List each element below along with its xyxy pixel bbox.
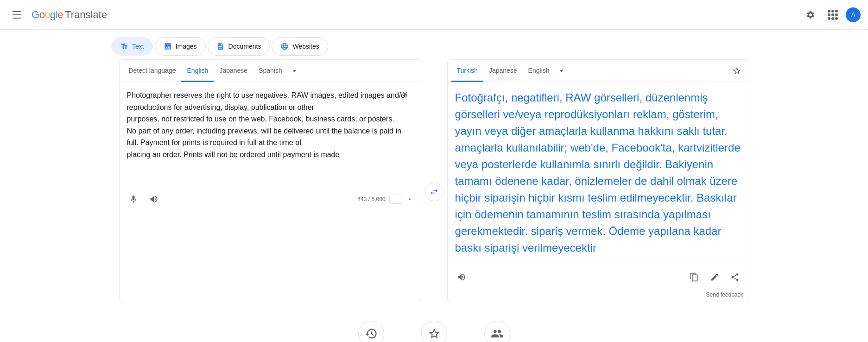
bottom-nav: History Saved Contribute bbox=[0, 302, 868, 342]
clear-button[interactable] bbox=[397, 86, 413, 102]
target-panel: Turkish Japanese English Fotoğrafçı, neg… bbox=[447, 59, 749, 302]
swap-languages-button[interactable] bbox=[425, 183, 444, 201]
japanese-target-btn[interactable]: Japanese bbox=[483, 60, 523, 82]
mode-tab-websites-label: Websites bbox=[292, 43, 319, 50]
target-lang-bar-right bbox=[729, 63, 745, 79]
mode-tab-images[interactable]: Images bbox=[155, 37, 206, 56]
menu-button[interactable] bbox=[7, 6, 26, 24]
japanese-source-btn[interactable]: Japanese bbox=[214, 60, 253, 82]
bottom-nav-saved[interactable]: Saved bbox=[421, 321, 447, 342]
share-button[interactable] bbox=[727, 269, 743, 285]
mic-icon bbox=[129, 195, 138, 204]
header-right: A bbox=[801, 6, 861, 24]
settings-button[interactable] bbox=[801, 6, 820, 24]
contribute-icon-wrapper bbox=[484, 321, 510, 342]
turkish-target-btn[interactable]: Turkish bbox=[451, 60, 483, 82]
target-footer-left bbox=[453, 269, 470, 285]
header-left: Google Translate bbox=[7, 6, 107, 24]
english-target-btn[interactable]: English bbox=[523, 60, 555, 82]
bottom-nav-history[interactable]: History bbox=[358, 321, 384, 342]
mode-tabs: Text Images Documents Websites bbox=[0, 30, 868, 56]
target-volume-button[interactable] bbox=[453, 269, 470, 285]
source-panel-footer: 443 / 5,000 bbox=[120, 186, 421, 212]
font-size-chevron-icon bbox=[406, 196, 413, 203]
logo-google-text: Google bbox=[32, 9, 63, 21]
target-volume-icon bbox=[457, 272, 466, 282]
chevron-down-icon bbox=[290, 66, 299, 76]
source-footer-left bbox=[125, 191, 162, 208]
mode-tab-documents-label: Documents bbox=[228, 43, 261, 50]
spanish-source-btn[interactable]: Spanish bbox=[253, 60, 288, 82]
mode-tab-documents[interactable]: Documents bbox=[208, 37, 270, 56]
logo[interactable]: Google Translate bbox=[32, 9, 107, 21]
swap-btn-wrapper bbox=[425, 59, 444, 302]
edit-translation-button[interactable] bbox=[706, 269, 723, 285]
translation-text: Fotoğrafçı, negatifleri, RAW görselleri,… bbox=[448, 82, 749, 264]
hamburger-icon bbox=[9, 7, 25, 22]
history-icon bbox=[365, 327, 378, 340]
copy-icon bbox=[690, 272, 699, 282]
logo-translate-text: Translate bbox=[65, 9, 107, 21]
font-size-area bbox=[389, 194, 415, 205]
translator: Detect language English Japanese Spanish… bbox=[110, 59, 759, 302]
avatar[interactable]: A bbox=[846, 7, 861, 22]
target-panel-footer bbox=[448, 264, 749, 290]
target-lang-bar: Turkish Japanese English bbox=[448, 60, 749, 82]
share-icon bbox=[730, 272, 740, 282]
edit-icon bbox=[710, 272, 719, 282]
font-size-box[interactable] bbox=[389, 195, 402, 204]
websites-tab-icon bbox=[280, 42, 289, 51]
volume-icon bbox=[149, 195, 158, 204]
contribute-icon bbox=[491, 327, 504, 340]
source-textarea[interactable]: Photographer reserves the right to use n… bbox=[120, 82, 421, 184]
send-feedback[interactable]: Send feedback bbox=[448, 290, 749, 302]
text-tab-icon bbox=[120, 42, 128, 51]
saved-star-icon bbox=[428, 327, 441, 340]
mode-tab-websites[interactable]: Websites bbox=[272, 37, 328, 56]
source-footer-right: 443 / 5,000 bbox=[357, 194, 415, 205]
mode-tab-text[interactable]: Text bbox=[111, 37, 153, 56]
source-mic-button[interactable] bbox=[125, 191, 142, 208]
mode-tab-images-label: Images bbox=[176, 43, 197, 50]
header: Google Translate A bbox=[0, 0, 868, 30]
apps-button[interactable] bbox=[824, 6, 842, 24]
star-icon bbox=[732, 66, 741, 76]
swap-icon bbox=[430, 187, 439, 196]
source-panel: Detect language English Japanese Spanish… bbox=[119, 59, 421, 302]
target-chevron-down-icon bbox=[557, 66, 566, 76]
char-count: 443 / 5,000 bbox=[357, 196, 385, 203]
source-lang-more-btn[interactable] bbox=[288, 64, 301, 77]
mode-tab-text-label: Text bbox=[132, 43, 144, 50]
source-lang-bar: Detect language English Japanese Spanish bbox=[120, 60, 421, 82]
detect-language-btn[interactable]: Detect language bbox=[123, 60, 182, 82]
source-volume-button[interactable] bbox=[146, 191, 162, 208]
saved-icon-wrapper bbox=[421, 321, 447, 342]
star-button[interactable] bbox=[729, 63, 745, 79]
apps-grid-icon bbox=[828, 10, 838, 20]
target-footer-right bbox=[686, 269, 743, 285]
font-size-chevron-btn[interactable] bbox=[404, 194, 415, 205]
source-text-area-wrapper: Photographer reserves the right to use n… bbox=[120, 82, 421, 186]
documents-tab-icon bbox=[216, 42, 225, 51]
close-icon bbox=[401, 90, 409, 98]
bottom-nav-contribute[interactable]: Contribute bbox=[484, 321, 510, 342]
images-tab-icon bbox=[164, 42, 172, 51]
settings-icon bbox=[806, 10, 815, 19]
target-lang-more-btn[interactable] bbox=[555, 64, 568, 77]
english-source-btn[interactable]: English bbox=[181, 60, 214, 82]
history-icon-wrapper bbox=[358, 321, 384, 342]
copy-button[interactable] bbox=[686, 269, 703, 285]
